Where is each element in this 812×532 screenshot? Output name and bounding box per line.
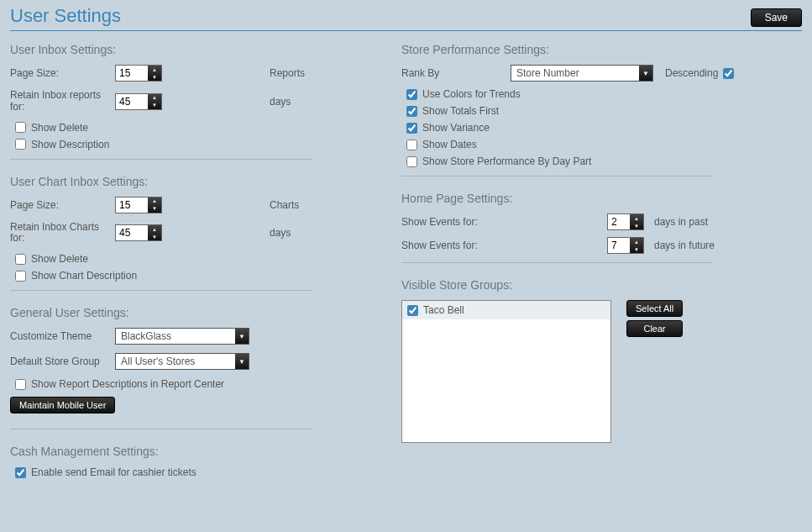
chart-page-size-input[interactable]: [116, 198, 148, 213]
show-report-desc-label: Show Report Descriptions in Report Cente…: [31, 378, 224, 390]
chart-page-size-unit: Charts: [270, 199, 299, 211]
home-page-settings-title: Home Page Settings:: [401, 192, 802, 205]
retain-reports-spinner[interactable]: ▲ ▼: [115, 93, 162, 110]
page-size-label: Page Size:: [10, 67, 115, 79]
chart-show-delete-checkbox[interactable]: [15, 254, 26, 265]
divider: [401, 176, 712, 176]
descending-checkbox[interactable]: [723, 68, 734, 79]
spinner-up-icon[interactable]: ▲: [148, 94, 161, 102]
default-store-group-value: All User's Stores: [121, 356, 195, 367]
events-past-label: Show Events for:: [401, 216, 607, 228]
divider: [10, 290, 312, 291]
list-item[interactable]: Taco Bell: [402, 301, 610, 319]
user-chart-inbox-title: User Chart Inbox Settings:: [10, 175, 371, 188]
show-report-desc-checkbox[interactable]: [15, 379, 26, 390]
show-dates-label: Show Dates: [422, 139, 477, 150]
show-variance-label: Show Variance: [422, 122, 490, 134]
events-future-spinner[interactable]: ▲ ▼: [607, 237, 644, 254]
chart-page-size-label: Page Size:: [10, 199, 115, 211]
spinner-down-icon[interactable]: ▼: [148, 205, 161, 213]
default-store-group-select[interactable]: All User's Stores ▼: [115, 353, 249, 370]
default-store-group-label: Default Store Group: [10, 356, 115, 367]
chevron-down-icon: ▼: [235, 329, 249, 344]
rank-by-label: Rank By: [401, 67, 511, 79]
enable-send-email-label: Enable send Email for cashier tickets: [31, 466, 196, 478]
events-future-unit: days in future: [654, 240, 715, 251]
retain-reports-input[interactable]: [116, 94, 148, 109]
store-performance-title: Store Performance Settings:: [401, 43, 802, 56]
page-size-unit: Reports: [270, 67, 305, 79]
spinner-up-icon[interactable]: ▲: [148, 66, 161, 73]
show-dates-checkbox[interactable]: [406, 140, 417, 150]
customize-theme-label: Customize Theme: [10, 330, 115, 342]
spinner-up-icon[interactable]: ▲: [630, 238, 643, 245]
events-past-input[interactable]: [608, 214, 630, 229]
show-description-label: Show Description: [31, 139, 109, 150]
user-inbox-settings-title: User Inbox Settings:: [10, 43, 371, 56]
page-title: User Settings: [10, 5, 121, 27]
by-day-part-label: Show Store Performance By Day Part: [422, 155, 591, 167]
chart-page-size-spinner[interactable]: ▲ ▼: [115, 197, 162, 213]
retain-charts-unit: days: [270, 227, 291, 239]
show-totals-label: Show Totals First: [422, 105, 499, 117]
page-size-spinner[interactable]: ▲ ▼: [115, 65, 162, 82]
spinner-down-icon[interactable]: ▼: [148, 73, 161, 81]
customize-theme-select[interactable]: BlackGlass ▼: [115, 328, 249, 345]
enable-send-email-checkbox[interactable]: [15, 467, 26, 478]
save-button[interactable]: Save: [751, 8, 802, 27]
use-colors-label: Use Colors for Trends: [422, 88, 521, 100]
customize-theme-value: BlackGlass: [121, 330, 171, 342]
spinner-down-icon[interactable]: ▼: [630, 222, 643, 229]
events-past-unit: days in past: [654, 216, 708, 228]
events-past-spinner[interactable]: ▲ ▼: [607, 213, 644, 230]
store-group-item-label: Taco Bell: [423, 304, 464, 316]
maintain-mobile-user-button[interactable]: Maintain Mobile User: [10, 397, 115, 413]
clear-button[interactable]: Clear: [626, 320, 683, 337]
select-all-button[interactable]: Select All: [626, 300, 683, 317]
rank-by-value: Store Number: [516, 67, 579, 79]
spinner-up-icon[interactable]: ▲: [630, 214, 643, 222]
cash-management-title: Cash Management Settings:: [10, 445, 371, 458]
show-delete-label: Show Delete: [31, 122, 88, 134]
events-future-input[interactable]: [608, 238, 630, 253]
divider: [10, 159, 312, 160]
divider: [401, 262, 712, 263]
retain-charts-label: Retain Inbox Charts for:: [10, 222, 115, 245]
spinner-down-icon[interactable]: ▼: [148, 233, 161, 240]
divider: [10, 429, 312, 429]
show-description-checkbox[interactable]: [15, 139, 26, 150]
visible-store-groups-list[interactable]: Taco Bell: [401, 300, 611, 443]
retain-reports-label: Retain Inbox reports for:: [10, 90, 115, 113]
spinner-down-icon[interactable]: ▼: [630, 245, 643, 253]
chart-show-description-checkbox[interactable]: [15, 271, 26, 282]
chart-show-delete-label: Show Delete: [31, 253, 88, 265]
retain-reports-unit: days: [270, 96, 291, 108]
chevron-down-icon: ▼: [639, 66, 652, 81]
retain-charts-spinner[interactable]: ▲ ▼: [115, 224, 162, 241]
show-totals-checkbox[interactable]: [406, 106, 417, 117]
use-colors-checkbox[interactable]: [406, 89, 417, 100]
chart-show-description-label: Show Chart Description: [31, 270, 137, 282]
events-future-label: Show Events for:: [401, 240, 607, 251]
descending-label: Descending: [665, 67, 718, 79]
spinner-down-icon[interactable]: ▼: [148, 102, 161, 109]
visible-store-groups-title: Visible Store Groups:: [401, 278, 802, 292]
page-size-input[interactable]: [116, 66, 148, 81]
by-day-part-checkbox[interactable]: [406, 156, 417, 167]
store-group-item-checkbox[interactable]: [407, 305, 418, 316]
retain-charts-input[interactable]: [116, 225, 148, 240]
general-settings-title: General User Settings:: [10, 306, 371, 319]
spinner-up-icon[interactable]: ▲: [148, 225, 161, 233]
show-delete-checkbox[interactable]: [15, 122, 26, 133]
chevron-down-icon: ▼: [235, 354, 249, 369]
rank-by-select[interactable]: Store Number ▼: [511, 65, 653, 82]
spinner-up-icon[interactable]: ▲: [148, 198, 161, 205]
show-variance-checkbox[interactable]: [406, 123, 417, 134]
